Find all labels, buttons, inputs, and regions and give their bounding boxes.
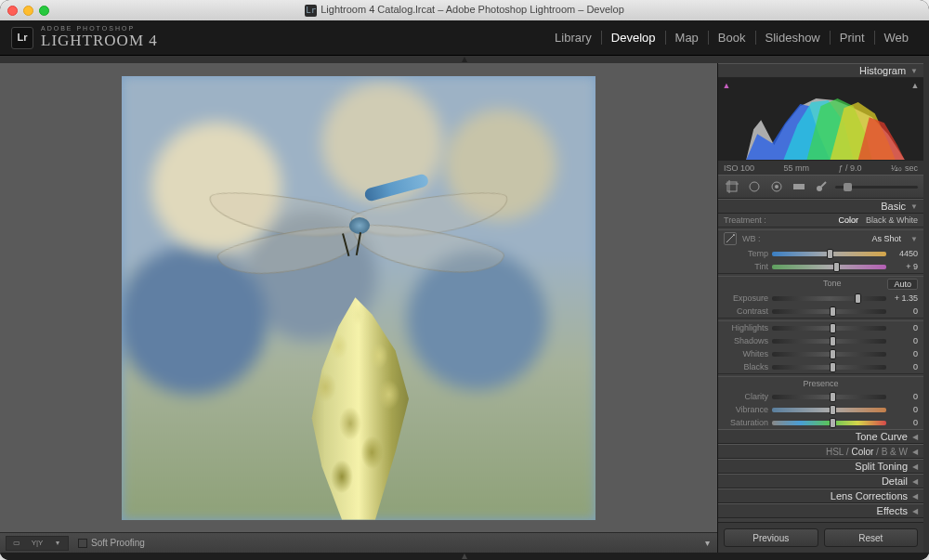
treatment-label: Treatment : xyxy=(724,215,766,225)
whites-slider[interactable] xyxy=(772,352,886,357)
saturation-value[interactable]: 0 xyxy=(890,418,918,427)
blacks-slider[interactable] xyxy=(772,365,886,370)
shadows-slider[interactable] xyxy=(772,339,886,344)
tonecurve-title: Tone Curve xyxy=(856,431,908,442)
disclosure-icon: ◀ xyxy=(912,507,918,515)
color-tab[interactable]: Color xyxy=(851,447,873,457)
zoom-window-icon[interactable] xyxy=(39,6,49,16)
soft-proofing-toggle[interactable]: Soft Proofing xyxy=(78,538,145,548)
tone-label: Tone xyxy=(823,279,842,290)
gradient-tool-icon[interactable] xyxy=(791,178,807,195)
tint-value[interactable]: + 9 xyxy=(890,262,918,271)
toolbar-menu-icon[interactable]: ▾ xyxy=(702,539,712,548)
tonecurve-header[interactable]: Tone Curve◀ xyxy=(718,429,923,444)
disclosure-icon: ◀ xyxy=(912,462,918,471)
mac-titlebar: LrLightroom 4 Catalog.lrcat – Adobe Phot… xyxy=(0,0,929,20)
effects-header[interactable]: Effects◀ xyxy=(718,503,923,518)
bw-tab[interactable]: B & W xyxy=(882,447,908,457)
lens-header[interactable]: Lens Corrections◀ xyxy=(718,488,923,503)
exif-iso: ISO 100 xyxy=(724,163,754,173)
image-canvas[interactable] xyxy=(0,63,717,532)
vibrance-slider[interactable] xyxy=(772,408,886,412)
clarity-slider[interactable] xyxy=(772,395,886,399)
exposure-value[interactable]: + 1.35 xyxy=(890,293,918,303)
whites-value[interactable]: 0 xyxy=(890,349,918,358)
window-title: Lightroom 4 Catalog.lrcat – Adobe Photos… xyxy=(321,4,624,15)
before-after-icon[interactable]: Y|Y xyxy=(27,537,47,550)
vibrance-label: Vibrance xyxy=(724,405,768,414)
treatment-color[interactable]: Color xyxy=(838,215,858,225)
close-window-icon[interactable] xyxy=(7,6,18,16)
hsl-header[interactable]: HSL / Color / B & W◀ xyxy=(718,444,923,459)
saturation-slider[interactable] xyxy=(772,421,886,425)
module-library[interactable]: Library xyxy=(545,31,601,45)
app-header: Lr ADOBE PHOTOSHOP LIGHTROOM 4 Library D… xyxy=(0,20,929,56)
basic-panel: Treatment : Color Black & White WB : As … xyxy=(718,214,923,429)
local-tools-strip xyxy=(718,175,923,199)
blacks-value[interactable]: 0 xyxy=(890,362,918,371)
highlights-value[interactable]: 0 xyxy=(890,323,918,332)
highlights-slider[interactable] xyxy=(772,326,886,331)
split-title: Split Toning xyxy=(855,461,908,472)
exposure-slider[interactable] xyxy=(772,296,886,301)
tint-label: Tint xyxy=(724,262,768,271)
tool-amount-slider[interactable] xyxy=(835,186,918,189)
redeye-tool-icon[interactable] xyxy=(768,178,785,195)
hsl-tab[interactable]: HSL xyxy=(826,447,844,457)
top-panel-toggle[interactable]: ▴ xyxy=(0,56,929,63)
contrast-value[interactable]: 0 xyxy=(890,306,918,316)
disclosure-icon: ◀ xyxy=(912,492,918,501)
preview-image xyxy=(122,76,595,520)
wb-value[interactable]: As Shot xyxy=(869,233,906,244)
svg-point-10 xyxy=(733,234,735,236)
temp-value[interactable]: 4450 xyxy=(890,249,918,258)
soft-proofing-label: Soft Proofing xyxy=(91,538,145,548)
shadows-value[interactable]: 0 xyxy=(890,336,918,345)
clarity-label: Clarity xyxy=(724,392,768,401)
brush-tool-icon[interactable] xyxy=(813,178,830,195)
reset-button[interactable]: Reset xyxy=(824,528,919,547)
split-toning-header[interactable]: Split Toning◀ xyxy=(718,459,923,474)
vibrance-value[interactable]: 0 xyxy=(890,405,918,414)
temp-slider[interactable] xyxy=(772,252,886,256)
spot-removal-icon[interactable] xyxy=(746,178,763,195)
wb-dropdown-icon[interactable]: ▼ xyxy=(910,235,918,243)
clarity-value[interactable]: 0 xyxy=(890,392,918,401)
basic-header[interactable]: Basic▼ xyxy=(718,199,923,214)
exif-shutter: ¹⁄₄₀ sec xyxy=(891,163,918,173)
svg-rect-6 xyxy=(793,184,805,189)
module-map[interactable]: Map xyxy=(665,31,708,45)
previous-button[interactable]: Previous xyxy=(724,528,818,547)
auto-tone-button[interactable]: Auto xyxy=(887,279,918,290)
loupe-view-icon[interactable]: ▭ xyxy=(7,537,27,550)
view-mode-switch[interactable]: ▭ Y|Y ▾ xyxy=(6,536,69,551)
detail-header[interactable]: Detail◀ xyxy=(718,474,923,488)
module-web[interactable]: Web xyxy=(874,31,919,45)
right-panel: Histogram▼ ▲ ▲ ISO 100 5 xyxy=(717,63,929,553)
basic-title: Basic xyxy=(881,201,906,212)
brand-title: LIGHTROOM 4 xyxy=(41,32,158,50)
module-picker: Library Develop Map Book Slideshow Print… xyxy=(545,31,918,45)
svg-line-9 xyxy=(726,235,734,242)
view-mode-menu-icon[interactable]: ▾ xyxy=(47,537,68,550)
exif-focal: 55 mm xyxy=(784,163,810,173)
module-develop[interactable]: Develop xyxy=(601,31,665,45)
crop-tool-icon[interactable] xyxy=(724,178,740,195)
histogram-header[interactable]: Histogram▼ xyxy=(718,63,923,78)
contrast-slider[interactable] xyxy=(772,309,886,314)
histogram-graph[interactable]: ▲ ▲ xyxy=(718,78,923,160)
module-slideshow[interactable]: Slideshow xyxy=(755,31,830,45)
minimize-window-icon[interactable] xyxy=(23,6,33,16)
exif-bar: ISO 100 55 mm ƒ / 9.0 ¹⁄₄₀ sec xyxy=(718,160,923,175)
tint-slider[interactable] xyxy=(772,265,886,269)
highlights-label: Highlights xyxy=(724,323,768,332)
wb-picker-icon[interactable] xyxy=(724,232,737,245)
checkbox-icon[interactable] xyxy=(78,539,87,548)
module-book[interactable]: Book xyxy=(708,31,755,45)
treatment-bw[interactable]: Black & White xyxy=(866,215,918,225)
exposure-label: Exposure xyxy=(724,293,768,303)
exif-aperture: ƒ / 9.0 xyxy=(838,163,861,173)
module-print[interactable]: Print xyxy=(830,31,874,45)
disclosure-icon: ◀ xyxy=(912,477,918,486)
filmstrip-toggle[interactable]: ▴ xyxy=(0,553,929,560)
